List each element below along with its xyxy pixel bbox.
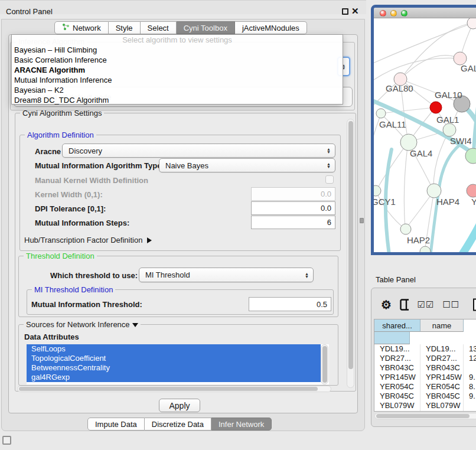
table-toolbar: ⚙ ☑☑ ☐☐ — [371, 294, 476, 315]
algorithm-popup-item[interactable]: Basic Correlation Inference — [12, 55, 343, 65]
gear-icon[interactable]: ⚙ — [381, 299, 392, 311]
network-node-label: GAL — [461, 63, 476, 73]
column-header-name[interactable]: name — [420, 319, 464, 332]
algorithm-popup-list: Bayesian – Hill ClimbingBasic Correlatio… — [12, 45, 343, 105]
algorithm-popup-item[interactable]: Dream8 DC_TDC Algorithm — [12, 95, 343, 105]
settings-hscrollbar-track[interactable] — [17, 386, 331, 392]
network-node-hap4[interactable] — [427, 184, 441, 198]
table-cell: YLR345W — [374, 410, 420, 412]
algorithm-popup-item[interactable]: Bayesian – Hill Climbing — [12, 45, 343, 55]
network-canvas[interactable]: GALGAL80GAL10GAL11GAL1SWI4GAL4GCY1HAP4YH… — [374, 18, 476, 252]
network-node-y[interactable] — [467, 184, 476, 197]
data-attribute-item[interactable]: SelfLoops — [27, 344, 321, 354]
close-traffic-light-icon[interactable] — [380, 10, 386, 17]
tab-infer-network[interactable]: Infer Network — [211, 418, 272, 431]
dpi-tolerance-value: 0.0 — [321, 204, 331, 213]
tab-label: Style — [116, 24, 133, 32]
network-node-label: GAL80 — [386, 83, 413, 93]
restore-panel-icon[interactable] — [2, 436, 11, 445]
network-node[interactable] — [467, 18, 476, 29]
tab-jactivemnodules[interactable]: jActiveMNodules — [235, 21, 307, 34]
network-view-window[interactable]: GALGAL80GAL10GAL11GAL1SWI4GAL4GCY1HAP4YH… — [371, 5, 476, 255]
table-row[interactable]: YLR345WYLR345W9. — [374, 410, 476, 412]
attributes-scrollbar-track[interactable] — [321, 344, 328, 384]
mi-steps-label: Mutual Information Steps: — [35, 219, 129, 227]
hub-definition-toggle[interactable]: Hub/Transcription Factor Definition — [24, 236, 152, 244]
settings-hscrollbar-thumb[interactable] — [19, 387, 318, 391]
settings-scrollbar-thumb[interactable] — [348, 121, 353, 369]
mi-type-combo[interactable]: Naive Bayes ▲▼ — [159, 158, 335, 172]
float-panel-icon[interactable] — [342, 8, 348, 15]
table-row[interactable]: YBR043CYBR043C — [374, 363, 476, 373]
manual-kernel-checkbox[interactable] — [325, 175, 334, 184]
table-hscrollbar-track[interactable] — [374, 413, 476, 419]
kernel-width-field[interactable]: 0.0 — [251, 187, 335, 201]
network-node[interactable] — [420, 246, 431, 252]
table-row[interactable]: YBR045CYBR045C9. — [374, 392, 476, 401]
apply-button[interactable]: Apply — [159, 399, 200, 412]
algorithm-popup-item[interactable]: ARACNE Algorithm — [12, 65, 343, 75]
settings-scrollbar-track[interactable] — [347, 119, 354, 388]
attributes-scrollbar-thumb[interactable] — [322, 346, 327, 383]
checked-columns-icon[interactable]: ☑☑ — [417, 299, 434, 310]
network-node-gal11[interactable] — [376, 109, 386, 118]
network-node-gcy1[interactable] — [374, 185, 381, 196]
table-cell: 8. — [464, 382, 476, 392]
network-node-gal1[interactable] — [443, 123, 456, 136]
table-row[interactable]: YDL19...YDL19...13 — [374, 344, 476, 354]
zoom-traffic-light-icon[interactable] — [401, 10, 407, 17]
data-attribute-item[interactable]: BetweennessCentrality — [27, 363, 321, 373]
tab-discretize-data[interactable]: Discretize Data — [145, 418, 211, 431]
tab-impute-data[interactable]: Impute Data — [87, 418, 145, 431]
network-node-hap2[interactable] — [400, 224, 411, 234]
tab-label: Network — [73, 24, 101, 32]
network-node-label: GAL1 — [436, 115, 459, 125]
data-attribute-item[interactable]: gal4RGexp — [27, 373, 321, 382]
data-attributes-list[interactable]: SelfLoopsTopologicalCoefficientBetweenne… — [27, 344, 329, 384]
network-window-titlebar[interactable] — [374, 8, 476, 18]
chevron-updown-icon: ▲▼ — [327, 148, 331, 154]
table-cell: YDR27... — [420, 354, 464, 363]
minimize-traffic-light-icon[interactable] — [390, 10, 397, 17]
network-node-label: Y — [471, 197, 476, 207]
column-view-icon[interactable] — [400, 299, 409, 311]
tab-network[interactable]: Network — [54, 21, 109, 34]
table-row[interactable]: YER054CYER054C8. — [374, 382, 476, 392]
table-cell: YPR145W — [420, 373, 464, 382]
mi-steps-value: 6 — [327, 218, 331, 227]
table-cell: YBR045C — [374, 392, 420, 401]
data-attribute-item[interactable]: TopologicalCoefficient — [27, 354, 321, 363]
panel-splitter-grip[interactable] — [360, 218, 364, 223]
table-hscrollbar-thumb[interactable] — [376, 414, 470, 418]
mi-steps-field[interactable]: 6 — [251, 216, 335, 229]
dpi-tolerance-field[interactable]: 0.0 — [251, 201, 335, 215]
network-node-label: HAP4 — [436, 197, 459, 207]
table-cell: YBL079W — [420, 401, 464, 410]
table-cell: YLR345W — [420, 410, 464, 412]
document-icon[interactable] — [472, 298, 476, 311]
network-node[interactable] — [430, 102, 442, 113]
chevron-updown-icon: ▲▼ — [305, 272, 309, 278]
node-attribute-table[interactable]: shared...name YDL19...YDL19...13YDR27...… — [374, 319, 476, 412]
algorithm-popup-placeholder: Select algorithm to view settings — [12, 35, 343, 45]
table-row[interactable]: YPR145WYPR145W9. — [374, 373, 476, 382]
aracne-mode-combo[interactable]: Discovery ▲▼ — [62, 144, 335, 158]
which-threshold-combo[interactable]: MI Threshold ▲▼ — [139, 268, 314, 282]
table-row[interactable]: YBL079WYBL079W — [374, 401, 476, 410]
column-header-shared...[interactable]: shared... — [374, 319, 420, 332]
aracne-mode-value: Discovery — [69, 146, 102, 155]
tab-cyni-toolbox[interactable]: Cyni Toolbox — [177, 21, 235, 34]
tab-select[interactable]: Select — [141, 21, 177, 34]
column-header-clipped[interactable] — [374, 332, 410, 344]
table-row[interactable]: YDR27...YDR27...12 — [374, 354, 476, 363]
close-icon[interactable]: ✕ — [351, 6, 359, 17]
network-node-label: GCY1 — [374, 197, 396, 207]
tab-style[interactable]: Style — [109, 21, 141, 34]
unchecked-columns-icon[interactable]: ☐☐ — [442, 299, 459, 310]
table-cell — [464, 363, 476, 373]
algorithm-popup-item[interactable]: Bayesian – K2 — [12, 85, 343, 95]
network-node-label: GAL10 — [435, 90, 462, 100]
chevron-updown-icon: ▲▼ — [327, 162, 331, 168]
algorithm-popup-item[interactable]: Mutual Information Inference — [12, 75, 343, 85]
mi-threshold-field[interactable]: 0.5 — [249, 297, 331, 311]
